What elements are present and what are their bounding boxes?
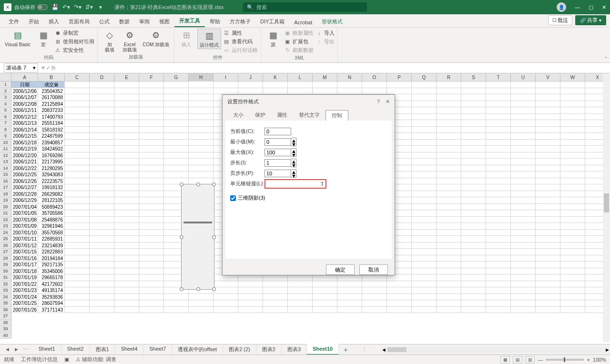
excel-addins-button[interactable]: ⚙Excel 加载项 [121,29,139,53]
tab-help[interactable]: 帮助 [205,15,225,27]
sheet-nav-menu-icon[interactable]: ⋯ [23,346,28,353]
column-header[interactable]: K [263,73,288,81]
save-icon[interactable]: 💾 [51,3,59,11]
cancel-formula-icon[interactable]: ✕ [41,65,45,71]
column-header[interactable]: P [387,73,412,81]
zoom-level[interactable]: 100% [593,357,606,363]
zoom-slider[interactable] [546,359,584,361]
column-header[interactable]: V [536,73,560,81]
tab-view[interactable]: 视图 [154,15,174,27]
dialog-tab-control[interactable]: 控制 [325,110,348,121]
xml-source-button[interactable]: ▦源 [264,29,282,48]
tab-file[interactable]: 文件 [4,15,24,27]
horizontal-scrollbar[interactable]: ◄► [381,346,610,353]
tab-developer[interactable]: 开发工具 [174,14,205,27]
column-header[interactable]: B [38,73,65,81]
dialog-close-icon[interactable]: ✕ [386,99,390,105]
collapse-ribbon-icon[interactable]: ˄ [605,56,607,61]
min-value-input[interactable] [264,138,291,146]
column-header[interactable]: Q [412,73,437,81]
design-mode-button[interactable]: ▥设计模式 [197,29,221,49]
tab-data[interactable]: 数据 [114,15,134,27]
step-spinner[interactable]: ▲▼ [291,159,296,167]
com-addins-button[interactable]: ⚙COM 加载项 [141,29,171,48]
range-picker-icon[interactable]: ↥ [320,181,324,186]
filename[interactable]: 课件：第21讲·经典Excel动态图表实现原理.xlsx [114,4,224,11]
column-header[interactable]: E [114,73,139,81]
current-value-input[interactable] [264,128,291,135]
zoom-in-icon[interactable]: + [587,357,590,363]
minimize-icon[interactable]: — [575,4,580,10]
name-box[interactable]: 滚动条 7▾ [4,63,38,72]
column-header[interactable]: W [560,73,585,81]
cell-link-input[interactable]: ↥ [264,179,326,189]
column-header[interactable]: M [313,73,337,81]
relative-ref-button[interactable]: ⊞使用相对引用 [54,37,94,46]
tab-fanggezi[interactable]: 方方格子 [225,15,255,27]
visual-basic-button[interactable]: ▤Visual Basic [3,29,32,48]
properties-button[interactable]: ☰属性 [223,29,258,37]
column-header[interactable]: H [189,73,214,81]
cancel-button[interactable]: 取消 [359,264,388,275]
xml-import-button[interactable]: ↓导入 [315,29,335,37]
page-spinner[interactable]: ▲▼ [291,169,296,178]
column-header[interactable]: N [337,73,362,81]
sheet-options-icon[interactable]: ⋮ [362,346,367,353]
max-value-input[interactable] [264,149,291,156]
tab-review[interactable]: 审阅 [134,15,154,27]
sheet-nav-prev-icon[interactable]: ◄ [5,346,10,353]
add-sheet-button[interactable]: + [339,346,352,354]
column-header[interactable]: A [11,73,38,81]
search-box[interactable]: 🔍 搜索 [243,2,367,12]
customize-qat-icon[interactable]: ▾ [96,3,105,11]
column-header[interactable]: J [238,73,263,81]
select-all-corner[interactable] [0,73,11,81]
share-button[interactable]: 🔗 共享 ▾ [575,15,606,25]
3d-shadow-checkbox[interactable] [230,195,236,201]
status-accessibility[interactable]: ⚠ 辅助功能: 调查 [76,356,116,363]
column-header[interactable]: S [461,73,486,81]
tab-formula[interactable]: 公式 [94,15,114,27]
dialog-tab-property[interactable]: 属性 [271,110,293,121]
column-header[interactable]: G [164,73,189,81]
sheet-tab[interactable]: 图表2 [256,344,282,355]
tab-insert[interactable]: 插入 [44,15,64,27]
close-icon[interactable]: ✕ [602,4,606,10]
scrollbar-form-control[interactable] [181,184,214,290]
maximize-icon[interactable]: ▢ [589,4,593,10]
dialog-tab-size[interactable]: 大小 [227,110,249,121]
page-step-input[interactable] [264,170,291,177]
column-header[interactable]: L [288,73,313,81]
sheet-tab[interactable]: Sheet7 [144,344,173,355]
comments-button[interactable]: ☐ 批注 [548,15,573,25]
macro-security-button[interactable]: ⚠宏安全性 [54,46,94,54]
column-header[interactable]: D [90,73,114,81]
view-code-button[interactable]: ▤查看代码 [223,37,258,46]
touch-icon[interactable]: ⇵▾ [85,3,93,11]
tab-acrobat[interactable]: Acrobat [289,17,317,27]
tab-diy[interactable]: DIY工具箱 [255,15,289,27]
tab-shape-format[interactable]: 形状格式 [317,15,347,27]
undo-icon[interactable]: ↶▾ [62,3,71,11]
macros-button[interactable]: ▦宏 [34,29,52,48]
min-spinner[interactable]: ▲▼ [291,138,296,146]
column-header[interactable]: T [486,73,511,81]
sheet-tab[interactable]: Sheet4 [115,344,144,355]
redo-icon[interactable]: ↷▾ [73,3,82,11]
column-header[interactable]: U [511,73,536,81]
ok-button[interactable]: 确定 [326,264,355,275]
record-macro-button[interactable]: ⏺录制宏 [54,29,94,37]
status-macro-icon[interactable]: ▣ [64,356,69,363]
sheet-nav-next-icon[interactable]: ► [14,346,19,353]
fx-icon[interactable]: fx [51,65,56,71]
dialog-tab-protect[interactable]: 保护 [249,110,271,121]
column-header[interactable]: R [437,73,461,81]
enter-formula-icon[interactable]: ✓ [46,65,51,71]
column-header[interactable]: O [362,73,387,81]
autosave-toggle[interactable]: 自动保存 [14,4,48,11]
page-break-view-icon[interactable]: ▥ [525,356,535,364]
user-avatar[interactable]: 👤 [557,2,566,12]
normal-view-icon[interactable]: ▦ [500,356,510,364]
page-layout-view-icon[interactable]: ▤ [513,356,522,364]
column-header[interactable]: I [214,73,238,81]
